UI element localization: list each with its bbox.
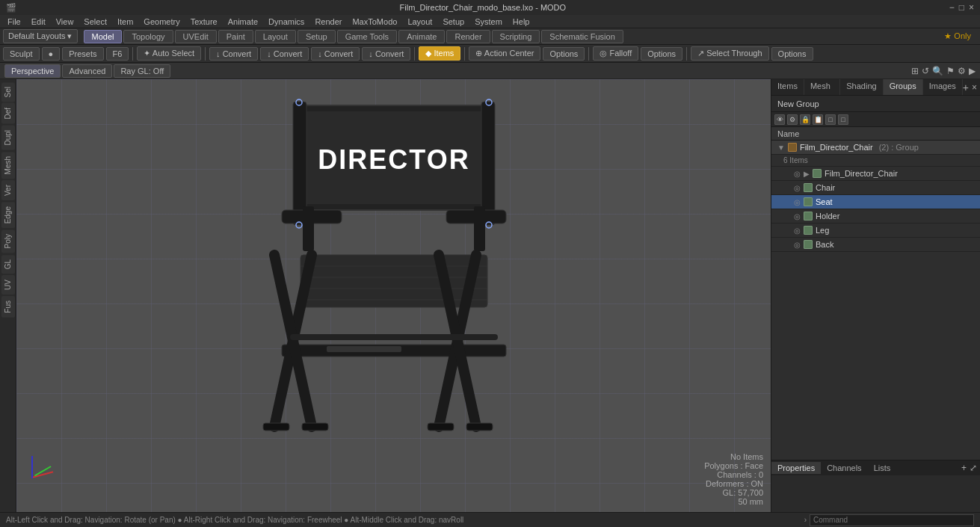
- tool-btn---select-through[interactable]: ↗ Select Through: [691, 46, 768, 61]
- left-sidebar-tab-dupl[interactable]: Dupl: [1, 126, 15, 150]
- menu-item-animate[interactable]: Animate: [224, 16, 262, 27]
- layout-tab-scripting[interactable]: Scripting: [492, 30, 540, 43]
- tab-groups[interactable]: Groups: [884, 79, 923, 95]
- layout-tab-topology[interactable]: Topology: [123, 30, 173, 43]
- left-sidebar-tab-mesh[interactable]: Mesh: [1, 152, 15, 179]
- layout-tab-layout[interactable]: Layout: [255, 30, 296, 43]
- left-sidebar-tab-poly[interactable]: Poly: [1, 229, 15, 253]
- scene-item-holder[interactable]: ◎ Holder: [771, 209, 980, 224]
- menu-item-file[interactable]: File: [3, 16, 25, 27]
- tool-btn---auto-select[interactable]: ✦ Auto Select: [137, 46, 201, 61]
- tab-channels[interactable]: Channels: [821, 462, 867, 474]
- tool-btn-options[interactable]: Options: [543, 47, 585, 61]
- close-tab-button[interactable]: ×: [972, 82, 977, 93]
- maximize-button[interactable]: □: [959, 2, 964, 13]
- left-sidebar-tab-fus[interactable]: Fus: [1, 296, 15, 318]
- viewport-icon-3[interactable]: ⚑: [946, 66, 955, 76]
- svg-text:DIRECTOR: DIRECTOR: [318, 144, 469, 175]
- menu-item-system[interactable]: System: [470, 16, 507, 27]
- menu-item-maxtomodo[interactable]: MaxToModo: [348, 16, 401, 27]
- scene-item-seat[interactable]: ◎ Seat: [771, 195, 980, 209]
- tab-items[interactable]: Items: [771, 79, 804, 95]
- tool-btn---convert[interactable]: ↓ Convert: [260, 47, 309, 61]
- tool-btn-options[interactable]: Options: [641, 47, 682, 61]
- left-sidebar-tab-ver[interactable]: Ver: [1, 180, 15, 200]
- groups-tool-1[interactable]: 👁: [774, 114, 785, 125]
- viewport-tab-perspective[interactable]: Perspective: [4, 64, 61, 78]
- tool-btn---falloff[interactable]: ◎ Falloff: [593, 46, 638, 61]
- command-input[interactable]: [810, 514, 974, 526]
- tab-properties[interactable]: Properties: [771, 462, 821, 474]
- menu-item-layout[interactable]: Layout: [403, 16, 437, 27]
- add-tab-button[interactable]: +: [963, 81, 969, 93]
- menu-item-edit[interactable]: Edit: [27, 16, 50, 27]
- viewport-icon-1[interactable]: ↺: [922, 66, 929, 76]
- groups-tool-4[interactable]: 📋: [813, 114, 823, 125]
- groups-tool-5[interactable]: □: [825, 114, 836, 125]
- left-sidebar-tab-edge[interactable]: Edge: [1, 202, 15, 228]
- window-title: Film_Director_Chair_modo_base.lxo - MODO: [400, 3, 567, 12]
- left-sidebar-tab-def[interactable]: Def: [1, 103, 15, 124]
- menu-item-dynamics[interactable]: Dynamics: [264, 16, 309, 27]
- scene-item-back[interactable]: ◎ Back: [771, 238, 980, 252]
- layout-tab-animate[interactable]: Animate: [398, 30, 445, 43]
- group-item-count: 6 Items: [771, 155, 980, 167]
- viewport-icon-5[interactable]: ▶: [969, 66, 976, 76]
- tool-btn-presets[interactable]: Presets: [62, 47, 103, 61]
- menu-item-geometry[interactable]: Geometry: [139, 16, 184, 27]
- viewport-icon-0[interactable]: ⊞: [911, 66, 919, 76]
- add-bottom-tab[interactable]: +: [961, 463, 967, 473]
- mesh-icon-film: [813, 169, 822, 178]
- layout-tabs-toolbar: Default Layouts ▾ ModelTopologyUVEditPai…: [0, 28, 980, 45]
- menu-item-setup[interactable]: Setup: [438, 16, 469, 27]
- tab-lists[interactable]: Lists: [868, 462, 897, 474]
- menu-item-render[interactable]: Render: [310, 16, 346, 27]
- toolbar-separator: [686, 47, 687, 61]
- layout-tab-model[interactable]: Model: [84, 30, 123, 43]
- menu-item-view[interactable]: View: [52, 16, 78, 27]
- scene-item-chair[interactable]: ◎ Chair: [771, 181, 980, 195]
- tool-btn---convert[interactable]: ↓ Convert: [362, 47, 410, 61]
- only-label: ★ Only: [944, 31, 977, 41]
- left-sidebar-tab-uv[interactable]: UV: [1, 275, 15, 295]
- scene-item-film-director-chair[interactable]: ◎ ▶ Film_Director_Chair: [771, 167, 980, 181]
- scene-group-main[interactable]: ▼ Film_Director_Chair (2) : Group: [771, 141, 980, 155]
- group-icon: [788, 143, 797, 152]
- menu-item-select[interactable]: Select: [79, 16, 111, 27]
- tool-btn-f6[interactable]: F6: [106, 47, 129, 61]
- viewport[interactable]: DIRECTOR: [16, 79, 771, 512]
- layout-tab-schematic-fusion[interactable]: Schematic Fusion: [541, 30, 623, 43]
- scene-item-leg[interactable]: ◎ Leg: [771, 224, 980, 238]
- tool-btn---items[interactable]: ◆ Items: [419, 46, 460, 61]
- tool-btn-options[interactable]: Options: [771, 47, 813, 61]
- viewport-icon-4[interactable]: ⚙: [958, 66, 966, 76]
- groups-tool-2[interactable]: ⚙: [787, 114, 798, 125]
- menu-item-texture[interactable]: Texture: [186, 16, 222, 27]
- layout-tab-uvedit[interactable]: UVEdit: [175, 30, 217, 43]
- expand-bottom-panel[interactable]: ⤢: [970, 463, 977, 473]
- viewport-tab-advanced[interactable]: Advanced: [62, 64, 112, 78]
- layout-tab-game-tools[interactable]: Game Tools: [337, 30, 398, 43]
- default-layouts-dropdown[interactable]: Default Layouts ▾: [3, 29, 78, 43]
- groups-tool-3[interactable]: 🔒: [800, 114, 810, 125]
- viewport-tab-ray-gl--off[interactable]: Ray GL: Off: [114, 64, 170, 78]
- tool-btn--[interactable]: ●: [42, 47, 61, 61]
- tab-mesh[interactable]: Mesh ...: [804, 79, 840, 95]
- left-sidebar-tab-gl[interactable]: GL: [1, 255, 15, 274]
- tool-btn-sculpt[interactable]: Sculpt: [3, 47, 40, 61]
- menu-item-item[interactable]: Item: [113, 16, 138, 27]
- layout-tab-paint[interactable]: Paint: [218, 30, 253, 43]
- tool-btn---action-center[interactable]: ⊕ Action Center: [469, 46, 540, 61]
- viewport-icon-2[interactable]: 🔍: [932, 66, 943, 76]
- left-sidebar-tab-sel[interactable]: Sel: [1, 82, 15, 102]
- close-button[interactable]: ×: [969, 2, 974, 13]
- groups-tool-6[interactable]: □: [838, 114, 848, 125]
- tool-btn---convert[interactable]: ↓ Convert: [209, 47, 258, 61]
- layout-tab-setup[interactable]: Setup: [298, 30, 336, 43]
- menu-item-help[interactable]: Help: [508, 16, 534, 27]
- tab-images[interactable]: Images: [923, 79, 963, 95]
- minimize-button[interactable]: −: [949, 2, 955, 13]
- tool-btn---convert[interactable]: ↓ Convert: [311, 47, 360, 61]
- tab-shading[interactable]: Shading: [840, 79, 883, 95]
- layout-tab-render[interactable]: Render: [446, 30, 490, 43]
